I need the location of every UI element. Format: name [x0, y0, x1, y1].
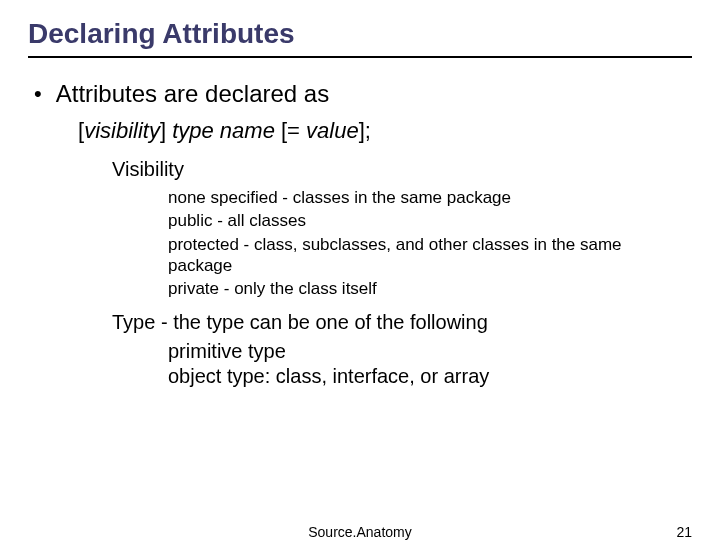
syntax-type-name: type name [166, 118, 281, 143]
footer-source: Source.Anatomy [308, 524, 412, 540]
bullet-dot-icon: • [34, 83, 42, 105]
page-number: 21 [676, 524, 692, 540]
visibility-item: private - only the class itself [168, 278, 662, 299]
visibility-item: public - all classes [168, 210, 662, 231]
syntax-eq-close: ]; [359, 118, 371, 143]
bullet-1-text: Attributes are declared as [56, 80, 329, 108]
type-item: primitive type [168, 340, 692, 363]
slide: Declaring Attributes • Attributes are de… [0, 0, 720, 540]
syntax-visibility: visibility [84, 118, 160, 143]
syntax-eq-open: [= [281, 118, 306, 143]
visibility-item: none specified - classes in the same pac… [168, 187, 662, 208]
bullet-level-1: • Attributes are declared as [34, 80, 692, 108]
type-header: Type - the type can be one of the follow… [112, 311, 692, 334]
syntax-value: value [306, 118, 359, 143]
visibility-item: protected - class, subclasses, and other… [168, 234, 662, 277]
type-item: object type: class, interface, or array [168, 365, 692, 388]
slide-title: Declaring Attributes [28, 18, 692, 58]
syntax-line: [visibility] type name [= value]; [78, 118, 692, 144]
visibility-header: Visibility [112, 158, 692, 181]
